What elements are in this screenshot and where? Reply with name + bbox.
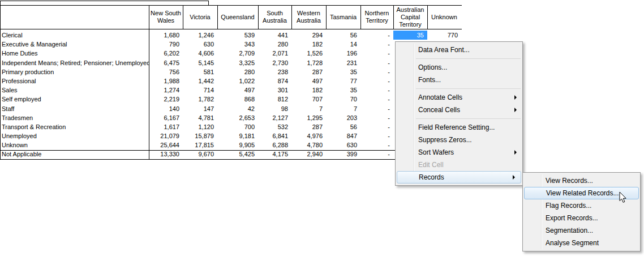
data-cell[interactable]: 182 [291, 40, 326, 49]
menu-item[interactable]: Suppress Zeros... [396, 134, 522, 146]
data-cell[interactable]: 2,730 [258, 58, 291, 67]
menu-item[interactable]: Conceal Cells [396, 104, 522, 116]
data-cell[interactable]: 5,145 [183, 58, 217, 67]
data-cell[interactable]: 287 [291, 122, 326, 131]
menu-item[interactable]: Fonts... [396, 74, 522, 86]
column-header[interactable]: Western Australia [291, 5, 326, 29]
data-cell[interactable]: 1,022 [217, 76, 258, 86]
data-cell[interactable]: - [360, 140, 393, 150]
data-cell[interactable]: 2,127 [258, 113, 291, 122]
data-cell[interactable]: 196 [326, 49, 360, 58]
data-cell[interactable]: - [360, 150, 393, 159]
data-cell[interactable]: 2,071 [258, 49, 291, 58]
row-label[interactable]: Independent Means; Retired; Pensioner; U… [0, 58, 149, 67]
data-cell[interactable]: 77 [326, 76, 360, 86]
data-cell[interactable]: 1,442 [183, 76, 217, 86]
data-cell[interactable]: 15,879 [183, 131, 217, 140]
data-cell[interactable]: 6,475 [149, 58, 183, 67]
data-cell[interactable]: - [360, 67, 393, 76]
data-cell[interactable]: 280 [217, 67, 258, 76]
data-cell[interactable]: 14 [326, 40, 360, 49]
data-cell[interactable]: 7 [326, 104, 360, 113]
data-cell[interactable]: 4,781 [183, 113, 217, 122]
data-cell[interactable]: 35 [326, 86, 360, 95]
data-cell[interactable]: 6,841 [258, 131, 291, 140]
data-cell[interactable]: 790 [149, 40, 183, 49]
data-cell[interactable]: 1,728 [291, 58, 326, 67]
menu-item[interactable]: Records [397, 171, 521, 184]
data-cell[interactable]: 756 [149, 67, 183, 76]
data-cell[interactable]: 4,976 [291, 131, 326, 140]
menu-item[interactable]: Field Reference Setting... [396, 121, 522, 134]
data-cell[interactable]: 42 [217, 104, 258, 113]
row-label[interactable]: Professional [0, 76, 149, 86]
column-header[interactable]: Victoria [183, 5, 217, 29]
data-cell[interactable]: 25,644 [149, 140, 183, 150]
data-cell[interactable]: 70 [326, 95, 360, 104]
column-header[interactable]: New South Wales [149, 5, 183, 29]
data-cell[interactable]: 1,988 [149, 76, 183, 86]
row-label[interactable]: Unknown [0, 140, 149, 150]
column-header[interactable]: Australian Capital Territory [393, 5, 427, 29]
data-cell[interactable]: 2,219 [149, 95, 183, 104]
menu-item[interactable]: Data Area Font... [396, 44, 522, 56]
data-cell[interactable]: 9,181 [217, 131, 258, 140]
data-cell[interactable]: 147 [183, 104, 217, 113]
data-cell[interactable]: 539 [217, 31, 258, 40]
data-cell[interactable]: 441 [258, 31, 291, 40]
data-cell[interactable]: 4,175 [258, 150, 291, 159]
data-cell[interactable]: 497 [217, 86, 258, 95]
data-cell[interactable]: 9,905 [217, 140, 258, 150]
menu-item[interactable]: Analyse Segment [523, 237, 640, 249]
data-cell[interactable]: - [360, 58, 393, 67]
data-cell[interactable]: 4,606 [183, 49, 217, 58]
row-label[interactable]: Executive & Managerial [0, 40, 149, 49]
data-cell[interactable]: 770 [427, 31, 461, 40]
row-label[interactable]: Sales [0, 86, 149, 95]
data-cell[interactable]: 1,782 [183, 95, 217, 104]
data-cell[interactable]: - [360, 31, 393, 40]
menu-item[interactable]: Options... [396, 61, 522, 74]
column-header[interactable]: Queensland [217, 5, 258, 29]
data-cell[interactable]: 1,246 [183, 31, 217, 40]
data-cell[interactable]: 847 [326, 131, 360, 140]
data-cell[interactable]: 203 [326, 113, 360, 122]
data-cell[interactable]: 630 [183, 40, 217, 49]
data-cell[interactable]: 6,167 [149, 113, 183, 122]
data-cell[interactable]: 3,325 [217, 58, 258, 67]
selected-cell[interactable]: 35 [393, 31, 427, 40]
data-cell[interactable]: 301 [258, 86, 291, 95]
data-cell[interactable]: 2,940 [291, 150, 326, 159]
data-cell[interactable]: - [360, 40, 393, 49]
row-label[interactable]: Tradesmen [0, 113, 149, 122]
data-cell[interactable]: 2,709 [217, 49, 258, 58]
data-cell[interactable]: 581 [183, 67, 217, 76]
data-cell[interactable]: 1,617 [149, 122, 183, 131]
data-cell[interactable]: 21,079 [149, 131, 183, 140]
data-cell[interactable]: 868 [217, 95, 258, 104]
data-cell[interactable]: 238 [258, 67, 291, 76]
data-cell[interactable]: 6,288 [258, 140, 291, 150]
row-label[interactable]: Home Duties [0, 49, 149, 58]
data-cell[interactable]: - [360, 76, 393, 86]
menu-item[interactable]: Export Records... [523, 212, 640, 224]
column-header[interactable]: Tasmania [326, 5, 360, 29]
column-header[interactable]: Unknown [427, 5, 461, 29]
data-cell[interactable]: 532 [258, 122, 291, 131]
data-cell[interactable]: 1,680 [149, 31, 183, 40]
row-label[interactable]: Primary production [0, 67, 149, 76]
menu-item[interactable]: Sort Wafers [396, 146, 522, 159]
data-cell[interactable]: 98 [258, 104, 291, 113]
data-cell[interactable]: - [360, 86, 393, 95]
data-cell[interactable]: 874 [258, 76, 291, 86]
data-cell[interactable]: 4,780 [291, 140, 326, 150]
data-cell[interactable]: 294 [291, 31, 326, 40]
row-label[interactable]: Clerical [0, 31, 149, 40]
data-cell[interactable]: 56 [326, 122, 360, 131]
data-cell[interactable]: 35 [326, 67, 360, 76]
data-cell[interactable]: 399 [326, 150, 360, 159]
data-cell[interactable]: 343 [217, 40, 258, 49]
data-cell[interactable]: 7 [291, 104, 326, 113]
row-label[interactable]: Self employed [0, 95, 149, 104]
menu-item[interactable]: Segmentation... [523, 224, 640, 237]
